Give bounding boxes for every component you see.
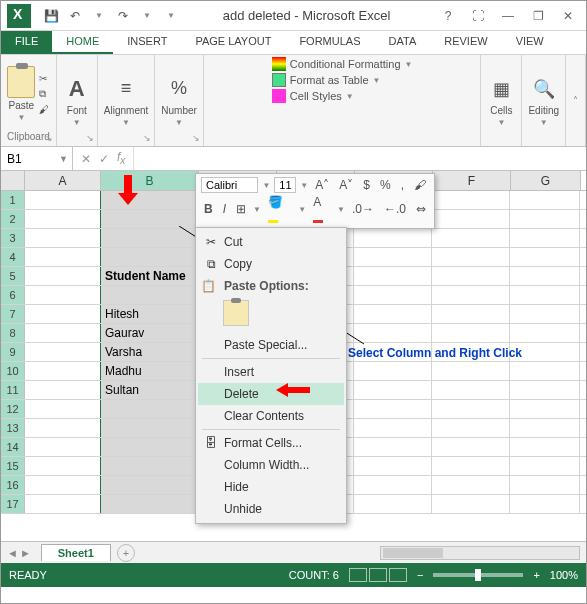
paste-dropdown-icon[interactable]: ▼: [17, 113, 25, 122]
row-header[interactable]: 7: [1, 305, 25, 323]
merge-center-icon[interactable]: ⇔: [413, 202, 429, 216]
accounting-format-icon[interactable]: $: [360, 178, 373, 192]
close-button[interactable]: ✕: [554, 5, 582, 27]
row-header[interactable]: 14: [1, 438, 25, 456]
row-header[interactable]: 5: [1, 267, 25, 285]
tab-view[interactable]: VIEW: [502, 31, 558, 54]
tab-home[interactable]: HOME: [52, 31, 113, 54]
percent-format-icon[interactable]: %: [377, 178, 394, 192]
ctx-hide[interactable]: Hide: [198, 476, 344, 498]
cell[interactable]: [354, 400, 432, 418]
row-header[interactable]: 3: [1, 229, 25, 247]
cell[interactable]: [510, 476, 580, 494]
number-button[interactable]: % Number ▼: [161, 75, 197, 127]
comma-format-icon[interactable]: ,: [398, 178, 407, 192]
row-header[interactable]: 11: [1, 381, 25, 399]
ctx-delete[interactable]: Delete: [198, 383, 344, 405]
cell[interactable]: [432, 210, 510, 228]
undo-icon[interactable]: ↶: [67, 8, 83, 24]
format-painter-mini-icon[interactable]: 🖌: [411, 178, 429, 192]
cell[interactable]: [354, 476, 432, 494]
cell[interactable]: [432, 229, 510, 247]
cell[interactable]: [510, 457, 580, 475]
ctx-clear-contents[interactable]: Clear Contents: [198, 405, 344, 427]
ctx-column-width[interactable]: Column Width...: [198, 454, 344, 476]
save-icon[interactable]: 💾: [43, 8, 59, 24]
new-sheet-button[interactable]: +: [117, 544, 135, 562]
ctx-paste-button[interactable]: [223, 300, 249, 326]
col-header-f[interactable]: F: [433, 171, 511, 190]
copy-icon[interactable]: ⧉: [39, 88, 49, 100]
zoom-out-button[interactable]: −: [417, 569, 423, 581]
cell[interactable]: [432, 438, 510, 456]
cell[interactable]: [510, 305, 580, 323]
sheet-nav-next-icon[interactable]: ►: [20, 547, 31, 559]
cell[interactable]: Sultan: [100, 381, 198, 399]
ribbon-collapse[interactable]: ˄: [566, 55, 586, 146]
view-page-layout-button[interactable]: [369, 568, 387, 582]
cell[interactable]: [432, 381, 510, 399]
cell[interactable]: [100, 476, 198, 494]
row-header[interactable]: 12: [1, 400, 25, 418]
cell[interactable]: [432, 191, 510, 209]
cell[interactable]: [25, 343, 101, 361]
cell[interactable]: [25, 286, 101, 304]
select-all-corner[interactable]: [1, 171, 25, 190]
tab-review[interactable]: REVIEW: [430, 31, 501, 54]
cell[interactable]: Madhu: [100, 362, 198, 380]
cell[interactable]: [25, 381, 101, 399]
cell[interactable]: [25, 267, 101, 285]
format-painter-icon[interactable]: 🖌: [39, 104, 49, 115]
ctx-copy[interactable]: ⧉Copy: [198, 253, 344, 275]
cell[interactable]: [510, 229, 580, 247]
cell[interactable]: [510, 419, 580, 437]
cell[interactable]: [100, 495, 198, 513]
cell[interactable]: [432, 400, 510, 418]
cell[interactable]: [100, 191, 198, 209]
namebox-dropdown-icon[interactable]: ▼: [59, 154, 68, 164]
cell[interactable]: [354, 457, 432, 475]
zoom-level[interactable]: 100%: [550, 569, 578, 581]
redo-icon[interactable]: ↷: [115, 8, 131, 24]
paste-button[interactable]: Paste ▼: [7, 66, 35, 122]
row-header[interactable]: 10: [1, 362, 25, 380]
tab-data[interactable]: DATA: [375, 31, 431, 54]
row-header[interactable]: 9: [1, 343, 25, 361]
cell-styles-button[interactable]: Cell Styles ▼: [272, 89, 413, 103]
italic-icon[interactable]: I: [220, 202, 229, 216]
cell[interactable]: [510, 248, 580, 266]
cell[interactable]: [25, 400, 101, 418]
cell[interactable]: [510, 286, 580, 304]
tab-insert[interactable]: INSERT: [113, 31, 181, 54]
cell[interactable]: [510, 267, 580, 285]
cell[interactable]: [510, 324, 580, 342]
cell[interactable]: [510, 210, 580, 228]
cell[interactable]: [510, 495, 580, 513]
help-button[interactable]: ?: [434, 5, 462, 27]
cell[interactable]: [432, 419, 510, 437]
increase-decimal-icon[interactable]: .0→: [349, 202, 377, 216]
cell[interactable]: [510, 438, 580, 456]
cell[interactable]: [510, 362, 580, 380]
cancel-formula-icon[interactable]: ✕: [81, 152, 91, 166]
cell[interactable]: [25, 229, 101, 247]
alignment-button[interactable]: ≡ Alignment ▼: [104, 75, 148, 127]
cell[interactable]: [25, 495, 101, 513]
cell[interactable]: [354, 438, 432, 456]
border-icon[interactable]: ⊞: [233, 202, 249, 216]
ctx-unhide[interactable]: Unhide: [198, 498, 344, 520]
cell[interactable]: [25, 305, 101, 323]
decrease-decimal-icon[interactable]: ←.0: [381, 202, 409, 216]
cell[interactable]: [432, 476, 510, 494]
col-header-g[interactable]: G: [511, 171, 581, 190]
formula-input[interactable]: [134, 147, 586, 170]
ctx-insert[interactable]: Insert: [198, 361, 344, 383]
cell[interactable]: [510, 191, 580, 209]
tab-formulas[interactable]: FORMULAS: [285, 31, 374, 54]
tab-page-layout[interactable]: PAGE LAYOUT: [181, 31, 285, 54]
fill-color-icon[interactable]: 🪣: [265, 195, 294, 223]
zoom-in-button[interactable]: +: [533, 569, 539, 581]
cell[interactable]: [354, 267, 432, 285]
cell[interactable]: [100, 400, 198, 418]
cell[interactable]: [354, 362, 432, 380]
